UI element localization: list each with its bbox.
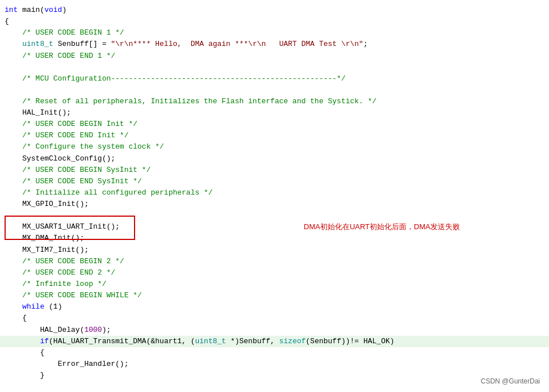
code-line: /* USER CODE BEGIN SysInit */ [0, 165, 549, 176]
code-line: /* USER CODE END 1 */ [0, 50, 549, 62]
code-line: uint8_t Senbuff[] = "\r\n**** Hello, DMA… [0, 39, 549, 50]
code-line: { [0, 16, 549, 27]
code-line: /* USER CODE END Init */ [0, 130, 549, 141]
code-line: Error_Handler(); [0, 359, 549, 370]
code-line: /* Configure the system clock */ [0, 141, 549, 153]
watermark-label: CSDN @GunterDai [481, 377, 540, 385]
code-line [0, 210, 549, 221]
code-line: /* USER CODE BEGIN 1 */ [0, 27, 549, 39]
code-line: /* USER CODE END 2 */ [0, 267, 549, 279]
code-line: /* USER CODE BEGIN WHILE */ [0, 290, 549, 301]
code-line: SystemClock_Config(); [0, 153, 549, 165]
code-line: while (1) [0, 301, 549, 313]
code-line: MX_USART1_UART_Init(); [0, 221, 549, 233]
code-line: /* MCU Configuration--------------------… [0, 73, 549, 85]
code-line: { [0, 313, 549, 324]
code-line: /* USER CODE END SysInit */ [0, 176, 549, 187]
code-line: /* USER CODE BEGIN 2 */ [0, 256, 549, 267]
code-line: int main(void) [0, 5, 549, 16]
code-line: /* Reset of all peripherals, Initializes… [0, 96, 549, 107]
code-line: HAL_Delay(1000); [0, 324, 549, 336]
code-line: /* Initialize all configured peripherals… [0, 187, 549, 199]
annotation-arrow [0, 381, 549, 392]
code-line: } [0, 370, 549, 381]
code-line: { [0, 347, 549, 359]
code-line: if(HAL_UART_Transmit_DMA(&huart1, (uint8… [0, 336, 549, 347]
code-line: MX_DMA_Init(); [0, 233, 549, 244]
code-line [0, 85, 549, 96]
code-line [0, 62, 549, 73]
code-line: HAL_Init(); [0, 107, 549, 119]
code-line: /* USER CODE BEGIN Init */ [0, 119, 549, 130]
code-line: MX_GPIO_Init(); [0, 199, 549, 210]
code-line: MX_TIM7_Init(); [0, 245, 549, 256]
code-container: int main(void){ /* USER CODE BEGIN 1 */ … [0, 0, 549, 392]
code-line: /* Infinite loop */ [0, 279, 549, 290]
